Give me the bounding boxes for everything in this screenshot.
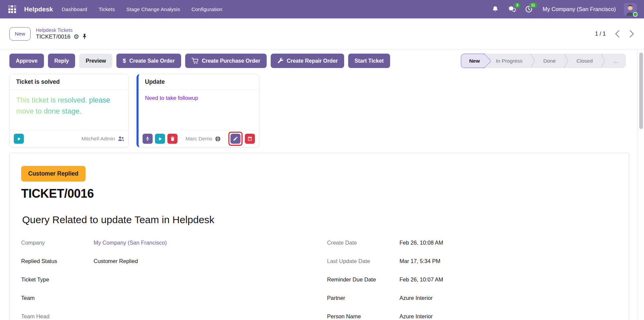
play-icon [158,137,162,141]
trash-icon [170,136,175,141]
field-row-person-name: Person Name Azure Interior [327,313,615,320]
scrollbar-thumb[interactable] [639,53,643,129]
messages-button[interactable]: 3 [508,5,517,14]
play-icon [17,137,21,141]
pin-icon[interactable] [82,34,87,40]
globe-icon [215,136,221,142]
dollar-icon: $ [123,58,126,64]
new-record-button[interactable]: New [9,27,31,41]
field-label: Create Date [327,240,399,246]
breadcrumb: Helpdesk Tickets TICKET/0016 ⚙ [36,27,87,40]
notifications-bell-button[interactable] [491,5,500,14]
stage-new[interactable]: New [461,54,485,68]
reminder-due-date-input[interactable]: Feb 26, 10:07 AM [399,276,615,283]
activities-count-badge: 11 [529,3,537,8]
breadcrumb-current: TICKET/0016 [36,34,70,40]
field-row-company: Company My Company (San Francisco) [21,240,327,249]
fields-grid: Company My Company (San Francisco) Repli… [21,240,615,320]
users-group-icon [118,136,124,141]
approve-button[interactable]: Approve [9,54,44,68]
form-sheet: Customer Replied TICKET/0016 Query Relat… [9,153,629,320]
company-link[interactable]: My Company (San Francisco) [93,240,327,246]
shopping-cart-icon [192,57,199,64]
note-author: Marc Demo [185,136,212,142]
field-label: Ticket Type [21,276,93,283]
apps-grid-icon [8,5,16,13]
field-row-replied-status: Replied Status Customer Replied [21,258,327,267]
archive-box-icon [248,136,252,141]
note-body-text: Need to take followup [145,95,253,101]
note-card-solved: Ticket is solved This ticket is resolved… [9,74,129,147]
field-label: Person Name [327,313,399,320]
stage-more[interactable]: ... [605,54,626,68]
play-note-button[interactable] [14,134,24,144]
last-update-date-value: Mar 17, 5:34 PM [399,258,615,264]
delete-note-button[interactable] [167,134,177,144]
action-gear-icon[interactable]: ⚙ [73,34,79,40]
field-label: Partner [327,295,399,301]
note-card-update: Update Need to take followup Marc [137,74,259,147]
pager: 1 / 1 [595,30,635,38]
fields-right-column: Create Date Feb 26, 10:08 AM Last Update… [327,240,615,320]
play-note-button[interactable] [155,134,165,144]
pencil-icon [233,136,238,141]
stage-in-progress[interactable]: In Progress [485,54,531,68]
field-label: Replied Status [21,258,93,264]
field-label: Reminder Due Date [327,276,399,283]
wrench-icon [277,58,283,64]
replied-status-value[interactable]: Customer Replied [93,258,327,264]
top-navbar: Helpdesk Dashboard Tickets Stage Change … [0,0,644,18]
edit-note-button[interactable] [230,134,240,144]
user-avatar[interactable] [624,3,637,16]
statusbar: Approve Reply Preview $ Create Sale Orde… [0,49,644,68]
company-switcher[interactable]: My Company (San Francisco) [543,6,616,12]
field-row-partner: Partner Azure Interior [327,295,615,304]
menu-dashboard[interactable]: Dashboard [61,4,88,14]
ticket-subject[interactable]: Query Related to update Team in Helpdesk [22,214,615,226]
field-label: Last Update Date [327,258,399,264]
fields-left-column: Company My Company (San Francisco) Repli… [21,240,327,320]
stage-separator-icon [564,54,569,68]
pager-next-button[interactable] [629,30,635,38]
field-row-reminder-due-date: Reminder Due Date Feb 26, 10:07 AM [327,276,615,285]
menu-configuration[interactable]: Configuration [191,4,223,14]
create-repair-order-button[interactable]: Create Repair Order [271,54,344,68]
reply-button[interactable]: Reply [48,54,75,68]
pager-previous-button[interactable] [614,30,620,38]
stage-closed[interactable]: Closed [569,54,601,68]
record-voice-button[interactable] [143,134,153,144]
app-title[interactable]: Helpdesk [24,6,53,13]
create-sale-order-button[interactable]: $ Create Sale Order [116,54,181,68]
ticket-name[interactable]: TICKET/0016 [21,187,615,201]
start-ticket-button[interactable]: Start Ticket [348,54,390,68]
microphone-icon [145,136,150,141]
field-row-team-head: Team Head [21,313,327,320]
breadcrumb-parent-link[interactable]: Helpdesk Tickets [36,27,87,33]
control-panel: New Helpdesk Tickets TICKET/0016 ⚙ 1 / 1 [0,18,644,49]
partner-input[interactable]: Azure Interior [399,295,615,301]
field-row-ticket-type: Ticket Type [21,276,327,285]
menu-stage-change-analysis[interactable]: Stage Change Analysis [125,4,180,14]
bell-icon [492,6,499,13]
stage-done[interactable]: Done [535,54,564,68]
annotation-highlight [228,132,243,146]
stage-separator-icon [531,54,535,68]
person-name-input[interactable]: Azure Interior [399,313,615,320]
field-label: Company [21,240,93,246]
vertical-scrollbar[interactable] [638,50,644,320]
menu-tickets[interactable]: Tickets [98,4,116,14]
main-menu: Dashboard Tickets Stage Change Analysis … [61,4,223,14]
online-status-dot [633,12,638,17]
field-label: Team [21,295,93,301]
apps-menu-button[interactable] [6,3,18,15]
create-purchase-order-button[interactable]: Create Purchase Order [185,54,267,68]
replied-status-badge: Customer Replied [21,166,86,182]
note-author: Mitchell Admin [82,136,115,142]
activities-button[interactable]: 11 [525,5,533,14]
chevron-left-icon [614,30,620,38]
archive-note-button[interactable] [245,134,255,144]
field-label: Team Head [21,313,93,320]
field-row-last-update-date: Last Update Date Mar 17, 5:34 PM [327,258,615,267]
preview-button[interactable]: Preview [79,54,112,68]
create-date-value: Feb 26, 10:08 AM [399,240,615,246]
